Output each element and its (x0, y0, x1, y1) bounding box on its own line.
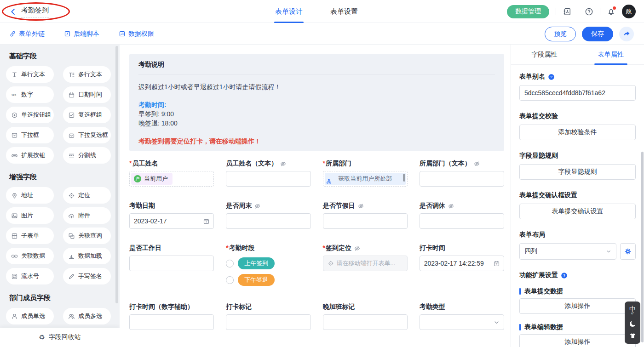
divider-line-icon (68, 152, 75, 159)
addressbook-icon[interactable] (563, 7, 571, 16)
help-filled-icon[interactable] (548, 74, 555, 80)
notification-dot (613, 6, 616, 10)
field-label: 员工姓名（文本） (226, 159, 277, 168)
eye-off-icon (354, 245, 361, 252)
overtime-mark-input[interactable] (323, 314, 408, 330)
field-department-text: 所属部门（文本） (420, 159, 504, 187)
page-scrollbar[interactable] (641, 152, 644, 342)
is-rest-input[interactable] (420, 213, 504, 229)
tab-form-properties[interactable]: 表单属性 (578, 45, 644, 64)
attendance-notice-panel[interactable]: 考勤说明 迟到超过1小时或者早退超过1小时请走请假流程！ 考勤时间: 早签到: … (129, 54, 504, 151)
back-icon[interactable] (9, 8, 17, 16)
add-validation-button[interactable]: 添加校验条件 (519, 125, 636, 140)
save-button[interactable]: 保存 (582, 27, 613, 41)
is-workday-input[interactable] (129, 256, 214, 271)
group-extension-settings: 功能扩展设置 表单提交数据 添加操作 表单编辑数据 添加操作 (519, 271, 636, 347)
radio-option-afternoon-signout[interactable]: 下午签退 (226, 272, 310, 288)
help-icon[interactable] (585, 7, 593, 16)
field-recycle-bin[interactable]: ♻ 字段回收站 (0, 328, 120, 347)
department-field-scrollbar[interactable] (403, 174, 405, 182)
punch-time-input[interactable]: 2023-02-17 14:22:59 (420, 256, 504, 271)
signin-location-input[interactable]: 请在移动端打开表单... (323, 256, 408, 271)
group-submit-confirm: 表单提交确认框设置 表单提交确认设置 (519, 191, 636, 219)
current-user-text: 当前用户 (144, 175, 168, 183)
preview-button[interactable]: 预览 (545, 27, 576, 41)
field-item-signature[interactable]: 手写签名 (63, 268, 111, 284)
tab-form-design[interactable]: 表单设计 (275, 0, 303, 23)
avatar[interactable]: 政 (622, 5, 636, 18)
external-link-button[interactable]: 表单外链 (9, 30, 45, 38)
serial-icon (11, 273, 18, 280)
field-item-divider-line[interactable]: 分割线 (63, 147, 111, 164)
tab-label: 表单属性 (598, 51, 624, 59)
section-title-basic: 基础字段 (9, 52, 120, 61)
multi-text-icon (68, 71, 75, 78)
tab-label: 字段属性 (531, 51, 557, 59)
field-item-subform[interactable]: 子表单 (6, 228, 54, 244)
enhanced-fields-grid: 地址 定位 图片 附件 子表单 关联查询 关联数据 数据加载 流水号 手写签名 (6, 187, 114, 284)
department-field[interactable]: 获取当前用户所处部 (323, 171, 408, 187)
notice-line: 迟到超过1小时或者早退超过1小时请走请假流程！ (138, 82, 495, 91)
backend-script-button[interactable]: 后端脚本 (64, 30, 99, 38)
notice-title: 考勤说明 (129, 54, 504, 74)
field-item-relation-query[interactable]: 关联查询 (63, 228, 111, 244)
field-item-checkbox-group[interactable]: 复选框组 (63, 107, 111, 123)
field-item-member-single[interactable]: 成员单选 (6, 308, 54, 324)
field-item-image[interactable]: 图片 (6, 207, 54, 224)
field-item-label: 定位 (78, 191, 90, 199)
employee-name-text-input[interactable] (226, 171, 310, 187)
field-item-extend-button[interactable]: 扩展按钮 (6, 147, 54, 164)
tab-form-settings[interactable]: 表单设置 (330, 0, 358, 23)
chain-icon (11, 253, 18, 260)
notification-bell[interactable] (607, 7, 615, 16)
field-item-relation-data[interactable]: 关联数据 (6, 248, 54, 264)
add-edit-action-button[interactable]: 添加操作 (519, 334, 636, 347)
field-item-attachment[interactable]: 附件 (63, 207, 111, 224)
field-label: 是否节假日 (323, 202, 355, 210)
visibility-rules-button[interactable]: 字段显隐规则 (519, 164, 636, 180)
field-item-single-text[interactable]: 单行文本 (6, 66, 54, 83)
department-text-input[interactable] (420, 171, 504, 187)
add-submit-action-button[interactable]: 添加操作 (519, 298, 636, 314)
header-tabs: 表单设计 表单设置 (275, 0, 358, 23)
field-item-member-multi[interactable]: 成员多选 (63, 308, 111, 324)
chevron-down-icon (493, 319, 500, 326)
help-filled-icon[interactable] (561, 272, 568, 279)
tab-field-properties[interactable]: 字段属性 (511, 45, 578, 64)
form-alias-input[interactable] (519, 85, 636, 101)
field-item-number[interactable]: 数字 (6, 86, 54, 103)
is-weekend-input[interactable] (226, 213, 310, 229)
field-item-datetime[interactable]: 日期时间 (63, 86, 111, 103)
field-item-geolocation[interactable]: 定位 (63, 187, 111, 204)
moon-icon[interactable] (629, 320, 637, 328)
radio-option-morning-signin[interactable]: 上午签到 (226, 256, 310, 271)
field-item-multi-select[interactable]: 下拉复选框 (63, 127, 111, 143)
field-item-label: 多行文本 (78, 70, 102, 79)
employee-name-field[interactable]: 户 当前用户 (129, 171, 214, 187)
sidebar-scrollbar[interactable] (115, 46, 118, 303)
punch-mark-input[interactable] (226, 314, 310, 330)
notice-time-line: 早签到: 9:00 (138, 109, 495, 119)
eye-off-icon (254, 203, 261, 210)
checkbox-icon (68, 112, 75, 119)
shirt-icon[interactable] (629, 332, 636, 339)
attendance-date-input[interactable]: 2023-02-17 (129, 213, 214, 229)
attendance-type-select[interactable] (420, 314, 504, 330)
current-user-tag: 户 当前用户 (131, 173, 172, 185)
field-item-select[interactable]: 下拉框 (6, 127, 54, 143)
field-item-radio-group[interactable]: 单选按钮组 (6, 107, 54, 123)
data-manage-button[interactable]: 数据管理 (507, 5, 549, 18)
is-holiday-input[interactable] (323, 213, 408, 229)
layout-settings-button[interactable] (620, 243, 636, 260)
field-item-serial-number[interactable]: 流水号 (6, 268, 54, 284)
punch-time-number-input[interactable] (129, 314, 214, 330)
share-button[interactable] (619, 27, 634, 41)
language-toggle[interactable]: 中 o' (629, 306, 636, 315)
subsection-edit-data: 表单编辑数据 (519, 323, 636, 331)
field-item-address[interactable]: 地址 (6, 187, 54, 204)
data-permission-button[interactable]: 数据权限 (119, 30, 154, 38)
field-item-multi-text[interactable]: 多行文本 (63, 66, 111, 83)
submit-confirm-button[interactable]: 表单提交确认设置 (519, 204, 636, 219)
field-item-data-load[interactable]: 数据加载 (63, 248, 111, 264)
layout-select[interactable]: 四列 (519, 243, 616, 260)
